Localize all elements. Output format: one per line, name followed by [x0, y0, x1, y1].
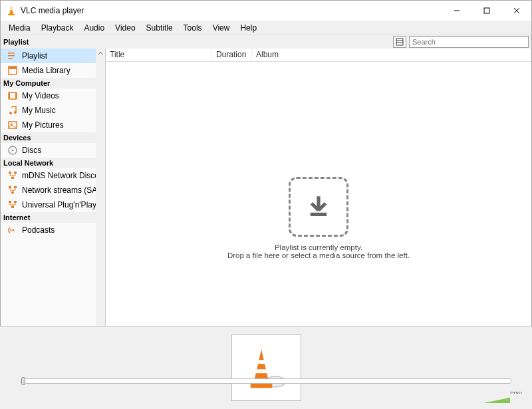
search-input[interactable] [409, 36, 529, 48]
minimize-button[interactable] [442, 1, 471, 21]
sidebar-item-label: My Videos [22, 91, 59, 100]
svg-rect-30 [9, 201, 11, 203]
sidebar-item-my-pictures[interactable]: My Pictures [1, 118, 96, 132]
svg-rect-11 [8, 55, 15, 57]
sidebar-item-label: mDNS Network Disco... [22, 171, 96, 180]
svg-rect-14 [9, 67, 17, 69]
network-icon [7, 200, 18, 210]
album-art-thumbnail [0, 326, 532, 409]
section-local-network: Local Network [1, 158, 96, 168]
sidebar-item-mdns[interactable]: mDNS Network Disco... [1, 168, 96, 183]
network-icon [7, 170, 18, 181]
chevron-up-icon [97, 50, 104, 57]
app-icon [6, 5, 17, 16]
seek-slider[interactable] [21, 378, 512, 384]
drop-target-icon [289, 177, 348, 237]
menu-help[interactable]: Help [235, 22, 262, 34]
disc-icon [7, 145, 18, 156]
svg-rect-32 [11, 206, 14, 208]
sidebar-item-label: My Pictures [22, 120, 64, 130]
svg-rect-29 [11, 192, 14, 194]
sidebar-item-label: Universal Plug'n'Play [22, 200, 96, 209]
music-icon [7, 105, 18, 116]
svg-rect-7 [396, 39, 403, 45]
window-title: VLC media player [21, 6, 84, 15]
section-devices: Devices [1, 132, 96, 143]
source-tree: Playlist Media Library My Computer My Vi… [1, 49, 105, 374]
menu-audio[interactable]: Audio [78, 22, 110, 34]
maximize-button[interactable] [471, 1, 501, 21]
menu-tools[interactable]: Tools [178, 22, 207, 34]
section-internet: Internet [1, 212, 96, 223]
column-duration[interactable]: Duration [212, 49, 252, 61]
menu-view[interactable]: View [207, 22, 235, 34]
sidebar-item-upnp[interactable]: Universal Plug'n'Play [1, 198, 96, 212]
svg-rect-31 [14, 201, 17, 203]
svg-rect-12 [8, 58, 13, 59]
sidebar-item-media-library[interactable]: Media Library [1, 63, 96, 78]
network-icon [7, 185, 18, 196]
menu-media[interactable]: Media [3, 22, 36, 34]
svg-point-18 [9, 112, 12, 114]
svg-point-33 [13, 229, 15, 231]
svg-rect-1 [10, 9, 13, 10]
svg-point-23 [12, 150, 14, 152]
svg-rect-2 [8, 14, 15, 15]
menu-playback[interactable]: Playback [36, 22, 79, 34]
sidebar-scrollbar[interactable] [96, 49, 105, 374]
sidebar-item-playlist[interactable]: Playlist [1, 49, 96, 63]
svg-rect-38 [251, 383, 273, 388]
column-album[interactable]: Album [252, 49, 531, 61]
menu-video[interactable]: Video [110, 22, 140, 34]
section-my-computer: My Computer [1, 78, 96, 88]
sidebar-item-podcasts[interactable]: Podcasts [1, 223, 96, 237]
playlist-label: Playlist [3, 38, 29, 46]
library-icon [7, 65, 18, 76]
sidebar-item-discs[interactable]: Discs [1, 143, 96, 158]
sidebar-item-my-videos[interactable]: My Videos [1, 88, 96, 103]
playlist-icon [7, 51, 18, 61]
svg-rect-10 [8, 53, 15, 54]
sidebar-item-label: My Music [22, 106, 56, 115]
sidebar-item-sap[interactable]: Network streams (SAP) [1, 183, 96, 198]
svg-rect-27 [9, 186, 11, 188]
video-icon [7, 90, 18, 101]
svg-rect-16 [9, 92, 10, 99]
sidebar-item-my-music[interactable]: My Music [1, 103, 96, 118]
sidebar-item-label: Media Library [22, 66, 70, 75]
toggle-view-button[interactable] [393, 36, 406, 48]
svg-rect-26 [11, 177, 14, 179]
svg-rect-28 [14, 186, 17, 188]
svg-rect-39 [311, 212, 327, 215]
sidebar-item-label: Playlist [22, 51, 47, 61]
playlist-content: Title Duration Album Playlist is current… [106, 49, 531, 374]
sidebar: Playlist Media Library My Computer My Vi… [1, 49, 106, 374]
menu-subtitle[interactable]: Subtitle [141, 22, 178, 34]
volume-slider[interactable]: 60% [482, 392, 529, 404]
column-headers: Title Duration Album [106, 49, 531, 62]
svg-rect-4 [484, 8, 489, 13]
title-bar: VLC media player [1, 1, 531, 21]
column-title[interactable]: Title [106, 49, 212, 61]
svg-point-19 [14, 111, 17, 114]
sidebar-item-label: Network streams (SAP) [22, 186, 96, 195]
svg-rect-24 [9, 172, 11, 174]
playlist-header: Playlist [1, 35, 531, 49]
empty-line-1: Playlist is currently empty. [275, 243, 362, 251]
menu-bar: Media Playback Audio Video Subtitle Tool… [1, 21, 531, 35]
empty-line-2: Drop a file here or select a media sourc… [227, 251, 410, 259]
svg-rect-36 [257, 360, 266, 364]
cone-art-icon [243, 344, 289, 391]
svg-rect-17 [15, 92, 17, 99]
svg-rect-25 [14, 172, 17, 174]
sidebar-item-label: Discs [22, 146, 41, 155]
sidebar-item-label: Podcasts [22, 225, 55, 235]
picture-icon [7, 120, 18, 130]
close-button[interactable] [501, 1, 531, 21]
podcast-icon [7, 225, 18, 235]
svg-rect-37 [255, 369, 268, 373]
